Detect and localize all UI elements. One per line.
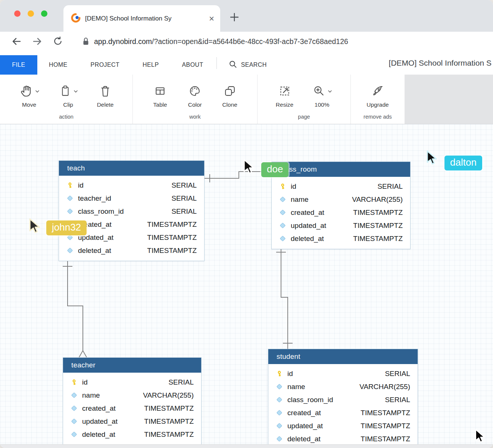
table-field-row[interactable]: class_room_idSERIAL	[268, 393, 418, 406]
field-name: id	[78, 181, 171, 189]
field-name: created_at	[78, 220, 147, 229]
entity-table-title[interactable]: teacher	[63, 358, 201, 373]
field-type: VARCHAR(255)	[352, 195, 403, 204]
clone-icon	[222, 82, 237, 100]
table-field-row[interactable]: nameVARCHAR(255)	[63, 389, 201, 402]
table-field-row[interactable]: created_atTIMESTAMPTZ	[272, 206, 410, 219]
group-label-work: work	[133, 114, 257, 124]
entity-table[interactable]: teacher idSERIALnameVARCHAR(255)created_…	[63, 357, 202, 445]
entity-table[interactable]: student idSERIALnameVARCHAR(255)class_ro…	[268, 349, 418, 448]
field-diamond-icon	[279, 197, 286, 201]
lock-icon[interactable]	[82, 37, 90, 46]
table-field-row[interactable]: created_atTIMESTAMPTZ	[63, 402, 201, 415]
table-field-row[interactable]: teacher_idSERIAL	[59, 192, 204, 205]
field-name: deleted_at	[291, 235, 353, 243]
remote-cursor-doe	[243, 159, 258, 176]
diagram-canvas[interactable]: teach idSERIALteacher_idSERIALclass_room…	[0, 124, 493, 448]
field-type: SERIAL	[385, 396, 410, 404]
entity-table-title[interactable]: student	[268, 349, 418, 364]
table-field-row[interactable]: class_room_idSERIAL	[59, 205, 204, 218]
field-type: TIMESTAMPTZ	[147, 247, 197, 255]
back-icon[interactable]	[10, 35, 22, 47]
menu-item-home[interactable]: HOME	[37, 55, 79, 75]
table-field-row[interactable]: updated_atTIMESTAMPTZ	[63, 415, 201, 428]
clip-button[interactable]: Clip	[58, 82, 78, 108]
primary-key-icon	[276, 370, 283, 377]
zoom-window-icon[interactable]	[41, 10, 47, 17]
color-button[interactable]: Color	[187, 82, 202, 108]
horizontal-scrollbar[interactable]	[0, 444, 493, 448]
table-field-row[interactable]: idSERIAL	[63, 376, 201, 389]
field-name: updated_at	[291, 222, 353, 230]
field-name: class_room_id	[287, 396, 385, 404]
field-diamond-icon	[66, 235, 74, 239]
url-domain: app.dynobird.com	[94, 37, 152, 46]
field-diamond-icon	[66, 248, 74, 253]
table-field-row[interactable]: idSERIAL	[268, 367, 418, 380]
table-field-row[interactable]: deleted_atTIMESTAMPTZ	[63, 428, 201, 441]
color-label: Color	[188, 101, 202, 108]
delete-label: Delete	[97, 101, 114, 108]
toolbar-group-action: Move Clip	[0, 75, 133, 124]
toolbar-group-work: Table Color Clone	[133, 75, 258, 124]
field-diamond-icon	[276, 424, 283, 428]
traffic-lights	[14, 10, 47, 17]
table-field-row[interactable]: updated_atTIMESTAMPTZ	[268, 419, 418, 432]
minimize-window-icon[interactable]	[28, 10, 34, 17]
new-tab-icon[interactable]	[227, 10, 242, 25]
table-field-row[interactable]: created_atTIMESTAMPTZ	[268, 406, 418, 419]
field-name: deleted_at	[287, 435, 361, 443]
menu-item-search[interactable]: SEARCH	[220, 55, 276, 75]
table-field-row[interactable]: idSERIAL	[59, 179, 204, 192]
field-diamond-icon	[276, 437, 283, 441]
entity-table[interactable]: teach idSERIALteacher_idSERIALclass_room…	[59, 160, 205, 261]
table-field-row[interactable]: deleted_atTIMESTAMPTZ	[59, 244, 204, 257]
table-icon	[153, 82, 168, 100]
group-label-page: page	[258, 114, 350, 124]
primary-key-icon	[279, 183, 286, 190]
url-field[interactable]: app.dynobird.com/?action=open&id=a5644b6…	[94, 37, 348, 46]
table-button[interactable]: Table	[153, 82, 168, 108]
move-button[interactable]: Move	[19, 82, 40, 108]
resize-button[interactable]: Resize	[276, 82, 293, 108]
field-diamond-icon	[66, 209, 74, 213]
field-type: TIMESTAMPTZ	[144, 430, 194, 439]
remote-cursor-dalton	[426, 150, 440, 167]
entity-table-title[interactable]: class_room	[272, 162, 410, 177]
reload-icon[interactable]	[52, 36, 63, 47]
forward-icon[interactable]	[31, 35, 43, 47]
tab-close-icon[interactable]: ×	[209, 14, 214, 23]
table-field-row[interactable]: updated_atTIMESTAMPTZ	[272, 219, 410, 232]
upgrade-button[interactable]: Upgrade	[366, 82, 389, 108]
entity-table-body: idSERIALnameVARCHAR(255)created_atTIMEST…	[63, 373, 201, 445]
user-cursor	[474, 429, 488, 445]
zoom-level-button[interactable]: 100%	[312, 82, 332, 108]
entity-table[interactable]: class_room idSERIALnameVARCHAR(255)creat…	[271, 162, 411, 249]
field-diamond-icon	[66, 196, 74, 200]
toolbar-group-page: Resize 100% page	[258, 75, 351, 124]
field-name: id	[82, 378, 168, 386]
table-field-row[interactable]: idSERIAL	[272, 180, 410, 193]
close-window-icon[interactable]	[14, 10, 21, 17]
table-field-row[interactable]: deleted_atTIMESTAMPTZ	[272, 232, 410, 245]
table-field-row[interactable]: nameVARCHAR(255)	[268, 380, 418, 393]
chevron-down-icon	[35, 88, 40, 94]
browser-window: [DEMO] School Information Sy × app.dynob…	[0, 0, 493, 448]
menu-item-file[interactable]: FILE	[0, 55, 37, 75]
menu-item-help[interactable]: HELP	[131, 55, 170, 75]
menu-item-project[interactable]: PROJECT	[79, 55, 131, 75]
browser-tab[interactable]: [DEMO] School Information Sy ×	[63, 5, 220, 32]
table-field-row[interactable]: nameVARCHAR(255)	[272, 193, 410, 206]
primary-key-icon	[66, 182, 74, 189]
table-field-row[interactable]: deleted_atTIMESTAMPTZ	[268, 432, 418, 445]
clone-button[interactable]: Clone	[222, 82, 237, 108]
entity-table-title[interactable]: teach	[59, 161, 204, 176]
hand-move-icon	[19, 82, 34, 100]
delete-button[interactable]: Delete	[97, 82, 114, 108]
field-name: deleted_at	[78, 247, 147, 255]
field-type: TIMESTAMPTZ	[361, 409, 410, 417]
entity-table-body: idSERIALnameVARCHAR(255)created_atTIMEST…	[272, 177, 410, 249]
field-type: TIMESTAMPTZ	[147, 220, 197, 229]
move-label: Move	[22, 101, 36, 108]
menu-item-about[interactable]: ABOUT	[171, 55, 215, 75]
